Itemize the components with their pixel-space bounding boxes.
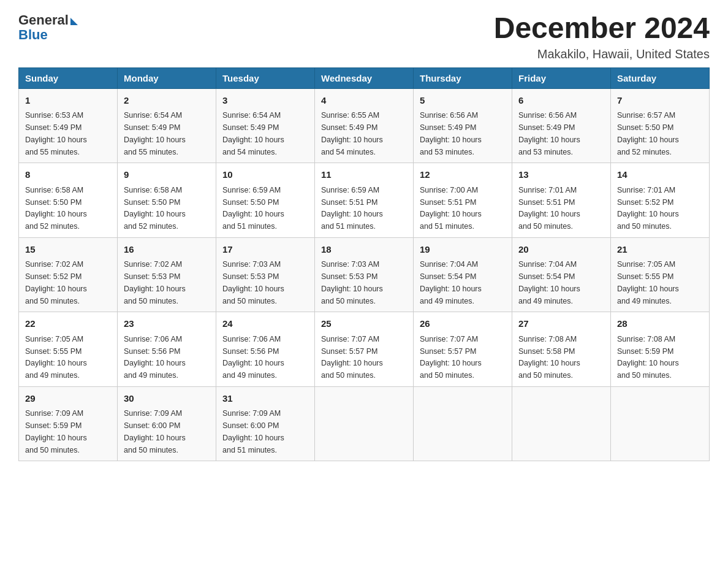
calendar-cell: 2 Sunrise: 6:54 AMSunset: 5:49 PMDayligh…: [118, 88, 216, 163]
calendar-cell: 16 Sunrise: 7:02 AMSunset: 5:53 PMDaylig…: [118, 237, 216, 312]
day-info: Sunrise: 7:08 AMSunset: 5:58 PMDaylight:…: [518, 335, 580, 380]
calendar-cell: [512, 386, 611, 461]
day-number: 27: [518, 317, 604, 331]
month-title: December 2024: [494, 12, 710, 45]
calendar-cell: 13 Sunrise: 7:01 AMSunset: 5:51 PMDaylig…: [512, 163, 611, 238]
col-wednesday: Wednesday: [315, 67, 414, 88]
calendar-cell: 10 Sunrise: 6:59 AMSunset: 5:50 PMDaylig…: [216, 163, 315, 238]
day-info: Sunrise: 7:09 AMSunset: 5:59 PMDaylight:…: [25, 409, 87, 454]
day-info: Sunrise: 7:08 AMSunset: 5:59 PMDaylight:…: [617, 335, 679, 380]
day-number: 12: [420, 168, 506, 182]
calendar-cell: 20 Sunrise: 7:04 AMSunset: 5:54 PMDaylig…: [512, 237, 611, 312]
page-header: General Blue December 2024 Makakilo, Haw…: [18, 12, 710, 61]
calendar-cell: 5 Sunrise: 6:56 AMSunset: 5:49 PMDayligh…: [414, 88, 512, 163]
day-number: 16: [124, 243, 210, 257]
day-number: 24: [222, 317, 308, 331]
day-number: 20: [518, 243, 604, 257]
day-info: Sunrise: 7:05 AMSunset: 5:55 PMDaylight:…: [617, 260, 679, 305]
calendar-cell: 18 Sunrise: 7:03 AMSunset: 5:53 PMDaylig…: [315, 237, 414, 312]
day-number: 31: [222, 392, 308, 406]
day-number: 11: [321, 168, 407, 182]
calendar-week-3: 15 Sunrise: 7:02 AMSunset: 5:52 PMDaylig…: [19, 237, 710, 312]
day-number: 4: [321, 94, 407, 108]
day-number: 7: [617, 94, 703, 108]
day-number: 5: [420, 94, 506, 108]
day-info: Sunrise: 7:03 AMSunset: 5:53 PMDaylight:…: [321, 260, 383, 305]
day-number: 22: [25, 317, 111, 331]
day-info: Sunrise: 7:03 AMSunset: 5:53 PMDaylight:…: [222, 260, 284, 305]
day-info: Sunrise: 7:06 AMSunset: 5:56 PMDaylight:…: [124, 335, 186, 380]
day-number: 8: [25, 168, 111, 182]
col-tuesday: Tuesday: [216, 67, 315, 88]
day-number: 9: [124, 168, 210, 182]
col-friday: Friday: [512, 67, 611, 88]
day-number: 30: [124, 392, 210, 406]
day-info: Sunrise: 7:04 AMSunset: 5:54 PMDaylight:…: [420, 260, 482, 305]
calendar-cell: 21 Sunrise: 7:05 AMSunset: 5:55 PMDaylig…: [611, 237, 710, 312]
col-sunday: Sunday: [19, 67, 118, 88]
calendar-cell: 12 Sunrise: 7:00 AMSunset: 5:51 PMDaylig…: [414, 163, 512, 238]
calendar-cell: 3 Sunrise: 6:54 AMSunset: 5:49 PMDayligh…: [216, 88, 315, 163]
day-number: 6: [518, 94, 604, 108]
calendar-cell: 28 Sunrise: 7:08 AMSunset: 5:59 PMDaylig…: [611, 312, 710, 387]
day-info: Sunrise: 7:09 AMSunset: 6:00 PMDaylight:…: [124, 409, 186, 454]
day-number: 13: [518, 168, 604, 182]
calendar-cell: 19 Sunrise: 7:04 AMSunset: 5:54 PMDaylig…: [414, 237, 512, 312]
calendar-cell: 8 Sunrise: 6:58 AMSunset: 5:50 PMDayligh…: [19, 163, 118, 238]
logo-blue-text: Blue: [18, 27, 48, 43]
calendar-cell: 6 Sunrise: 6:56 AMSunset: 5:49 PMDayligh…: [512, 88, 611, 163]
day-info: Sunrise: 6:58 AMSunset: 5:50 PMDaylight:…: [25, 186, 87, 231]
day-info: Sunrise: 7:01 AMSunset: 5:52 PMDaylight:…: [617, 186, 679, 231]
day-info: Sunrise: 7:02 AMSunset: 5:52 PMDaylight:…: [25, 260, 87, 305]
calendar-week-1: 1 Sunrise: 6:53 AMSunset: 5:49 PMDayligh…: [19, 88, 710, 163]
day-info: Sunrise: 6:53 AMSunset: 5:49 PMDaylight:…: [25, 111, 87, 156]
day-info: Sunrise: 7:06 AMSunset: 5:56 PMDaylight:…: [222, 335, 284, 380]
calendar-cell: [611, 386, 710, 461]
calendar-cell: 30 Sunrise: 7:09 AMSunset: 6:00 PMDaylig…: [118, 386, 216, 461]
calendar-cell: 23 Sunrise: 7:06 AMSunset: 5:56 PMDaylig…: [118, 312, 216, 387]
calendar-week-5: 29 Sunrise: 7:09 AMSunset: 5:59 PMDaylig…: [19, 386, 710, 461]
day-info: Sunrise: 6:54 AMSunset: 5:49 PMDaylight:…: [222, 111, 284, 156]
calendar-cell: 17 Sunrise: 7:03 AMSunset: 5:53 PMDaylig…: [216, 237, 315, 312]
calendar-body: 1 Sunrise: 6:53 AMSunset: 5:49 PMDayligh…: [19, 88, 710, 461]
calendar-cell: 15 Sunrise: 7:02 AMSunset: 5:52 PMDaylig…: [19, 237, 118, 312]
day-number: 21: [617, 243, 703, 257]
calendar-cell: 31 Sunrise: 7:09 AMSunset: 6:00 PMDaylig…: [216, 386, 315, 461]
calendar-cell: 27 Sunrise: 7:08 AMSunset: 5:58 PMDaylig…: [512, 312, 611, 387]
calendar-cell: 25 Sunrise: 7:07 AMSunset: 5:57 PMDaylig…: [315, 312, 414, 387]
day-number: 2: [124, 94, 210, 108]
day-info: Sunrise: 7:07 AMSunset: 5:57 PMDaylight:…: [420, 335, 482, 380]
calendar-cell: 1 Sunrise: 6:53 AMSunset: 5:49 PMDayligh…: [19, 88, 118, 163]
day-number: 26: [420, 317, 506, 331]
day-number: 19: [420, 243, 506, 257]
calendar-cell: 22 Sunrise: 7:05 AMSunset: 5:55 PMDaylig…: [19, 312, 118, 387]
day-info: Sunrise: 7:02 AMSunset: 5:53 PMDaylight:…: [124, 260, 186, 305]
day-info: Sunrise: 6:59 AMSunset: 5:51 PMDaylight:…: [321, 186, 383, 231]
day-info: Sunrise: 7:04 AMSunset: 5:54 PMDaylight:…: [518, 260, 580, 305]
day-number: 10: [222, 168, 308, 182]
day-number: 23: [124, 317, 210, 331]
day-info: Sunrise: 6:58 AMSunset: 5:50 PMDaylight:…: [124, 186, 186, 231]
calendar-week-4: 22 Sunrise: 7:05 AMSunset: 5:55 PMDaylig…: [19, 312, 710, 387]
header-row: Sunday Monday Tuesday Wednesday Thursday…: [19, 67, 710, 88]
calendar-cell: 11 Sunrise: 6:59 AMSunset: 5:51 PMDaylig…: [315, 163, 414, 238]
calendar-table: Sunday Monday Tuesday Wednesday Thursday…: [18, 67, 710, 462]
day-info: Sunrise: 7:09 AMSunset: 6:00 PMDaylight:…: [222, 409, 284, 454]
day-number: 15: [25, 243, 111, 257]
col-saturday: Saturday: [611, 67, 710, 88]
day-info: Sunrise: 6:56 AMSunset: 5:49 PMDaylight:…: [518, 111, 580, 156]
day-number: 3: [222, 94, 308, 108]
day-info: Sunrise: 7:01 AMSunset: 5:51 PMDaylight:…: [518, 186, 580, 231]
day-number: 18: [321, 243, 407, 257]
calendar-cell: 24 Sunrise: 7:06 AMSunset: 5:56 PMDaylig…: [216, 312, 315, 387]
calendar-header: Sunday Monday Tuesday Wednesday Thursday…: [19, 67, 710, 88]
day-number: 14: [617, 168, 703, 182]
calendar-cell: 4 Sunrise: 6:55 AMSunset: 5:49 PMDayligh…: [315, 88, 414, 163]
day-info: Sunrise: 6:59 AMSunset: 5:50 PMDaylight:…: [222, 186, 284, 231]
calendar-week-2: 8 Sunrise: 6:58 AMSunset: 5:50 PMDayligh…: [19, 163, 710, 238]
day-info: Sunrise: 7:07 AMSunset: 5:57 PMDaylight:…: [321, 335, 383, 380]
calendar-cell: [315, 386, 414, 461]
day-number: 1: [25, 94, 111, 108]
day-number: 28: [617, 317, 703, 331]
col-thursday: Thursday: [414, 67, 512, 88]
